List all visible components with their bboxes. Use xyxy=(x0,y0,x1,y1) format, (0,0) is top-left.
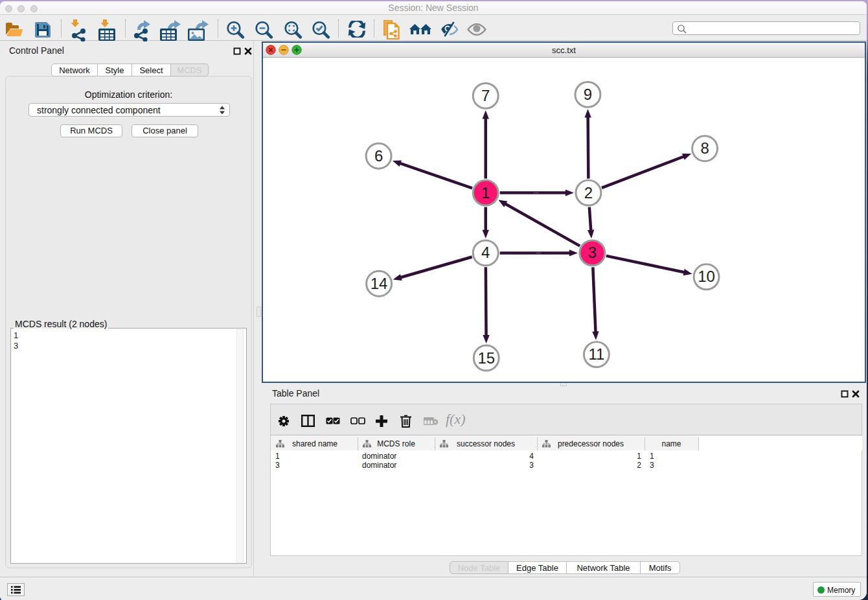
svg-text:11: 11 xyxy=(588,345,604,363)
svg-text:3: 3 xyxy=(588,244,597,261)
svg-text:15: 15 xyxy=(477,349,495,367)
svg-text:8: 8 xyxy=(700,139,709,157)
svg-text:2: 2 xyxy=(584,184,593,202)
svg-text:7: 7 xyxy=(481,87,490,104)
svg-text:9: 9 xyxy=(584,86,592,103)
svg-text:1: 1 xyxy=(481,184,490,202)
svg-text:10: 10 xyxy=(698,268,715,285)
svg-text:6: 6 xyxy=(374,147,383,165)
svg-text:14: 14 xyxy=(371,275,388,292)
svg-text:4: 4 xyxy=(481,244,490,261)
